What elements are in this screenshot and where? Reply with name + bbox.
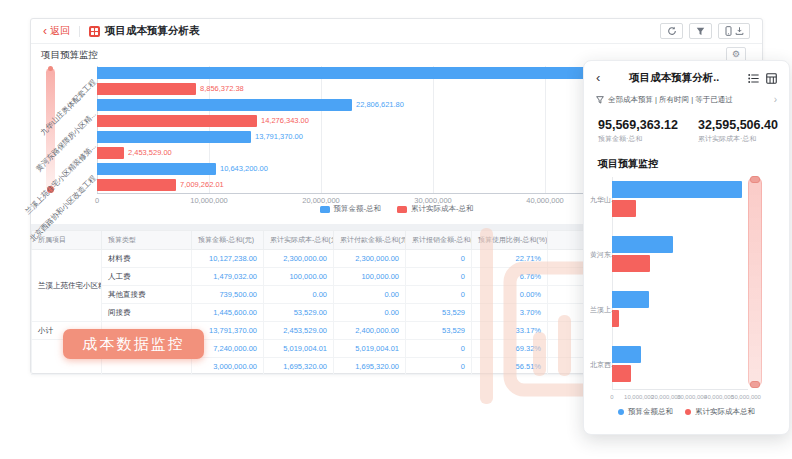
value-cell: 1,695,320.00 — [264, 358, 334, 375]
value-cell: 1,695,320.00 — [334, 358, 406, 375]
gridline — [433, 66, 434, 193]
back-button[interactable]: ‹ 返回 — [43, 24, 70, 38]
value-cell: 1,479,032.00 — [192, 268, 264, 286]
column-header: 预算类型 — [102, 231, 192, 250]
value-cell: 22.71% — [472, 250, 548, 268]
column-header: 累计实际成本-总和(元) — [264, 231, 334, 250]
budget-type-cell: 间接费 — [102, 304, 192, 322]
value-cell: 6.76% — [472, 268, 548, 286]
value-cell: 53,529 — [406, 304, 472, 322]
x-tick-label: 0 — [52, 196, 142, 205]
window-title: 项目成本预算分析表 — [105, 24, 200, 38]
column-header: 预算金额-总和(元) — [192, 231, 264, 250]
refresh-button[interactable] — [660, 23, 683, 39]
bar-actual[interactable] — [97, 179, 176, 191]
budget-type-cell: 材料费 — [102, 250, 192, 268]
panel-title: 项目成本预算分析.. — [606, 71, 742, 85]
bar-actual[interactable] — [97, 115, 257, 127]
budget-type-cell — [102, 358, 192, 375]
value-cell: 5,019,004.01 — [334, 340, 406, 358]
list-view-icon[interactable] — [748, 73, 759, 84]
value-cell: 2,300,000.00 — [334, 250, 406, 268]
gridline — [545, 66, 546, 193]
value-cell: 0 — [406, 250, 472, 268]
bar-actual[interactable] — [612, 200, 636, 217]
legend-label: 累计实际成本总和 — [695, 407, 755, 417]
bar-value-label: 8,856,372.38 — [200, 83, 244, 95]
category-label: 九华山.. — [590, 195, 614, 205]
value-cell: 0.00 — [334, 286, 406, 304]
value-cell: 739,500.00 — [192, 286, 264, 304]
filter-button[interactable] — [689, 23, 712, 39]
refresh-icon — [667, 26, 677, 36]
x-tick-label: 20,000,000 — [276, 196, 366, 205]
bar-value-label: 2,453,529.00 — [128, 147, 172, 159]
phone-preview-icon — [725, 26, 732, 36]
bar-budget[interactable] — [97, 163, 216, 175]
bar-budget[interactable] — [97, 99, 352, 111]
category-label: 北京西.. — [590, 360, 614, 370]
panel-filter-bar[interactable]: 全部成本预算 | 所有时间 | 等于已通过 › — [596, 94, 777, 105]
legend-label: 预算金额总和 — [628, 407, 673, 417]
column-header: 预算使用比例-总和(%) — [472, 231, 548, 250]
kpi-budget-total: 95,569,363.12 预算金额·总和 — [598, 118, 678, 144]
legend-label: 预算金额-总和 — [334, 204, 382, 214]
bar-budget[interactable] — [612, 181, 742, 198]
bar-budget[interactable] — [97, 131, 251, 143]
value-cell: 0 — [406, 286, 472, 304]
budget-type-cell: 其他直接费 — [102, 286, 192, 304]
legend-swatch-icon — [397, 206, 407, 213]
bar-budget[interactable] — [97, 67, 638, 79]
panel-kpis: 95,569,363.12 预算金额·总和 32,595,506.40 累计实际… — [598, 118, 775, 144]
panel-legend: 预算金额总和累计实际成本总和 — [584, 407, 789, 417]
value-cell: 0.00 — [264, 286, 334, 304]
panel-back-chevron-icon[interactable]: ‹ — [596, 72, 600, 84]
window-header: ‹ 返回 项目成本预算分析表 — [31, 19, 762, 44]
filter-icon — [696, 27, 705, 36]
bar-actual[interactable] — [97, 147, 124, 159]
x-tick-label: 30,000,000 — [388, 196, 478, 205]
back-label: 返回 — [50, 24, 70, 38]
bar-actual[interactable] — [612, 365, 631, 382]
slider-handle-top[interactable] — [750, 176, 760, 183]
bar-budget[interactable] — [612, 346, 641, 363]
panel-zoom-slider[interactable] — [748, 177, 762, 387]
report-app-icon — [89, 26, 100, 37]
chart-section-title: 项目预算监控 — [41, 49, 98, 62]
value-cell: 33.17% — [472, 322, 548, 340]
bar-budget[interactable] — [612, 236, 673, 253]
value-cell: 0.00 — [334, 304, 406, 322]
bar-actual[interactable] — [97, 83, 196, 95]
mobile-preview-panel: ‹ 项目成本预算分析.. 全部成本预算 | 所有时间 | 等于已通过 › 95,… — [583, 60, 790, 435]
bar-value-label: 22,806,621.80 — [356, 99, 404, 111]
kpi-caption: 预算金额·总和 — [598, 134, 678, 144]
legend-item[interactable]: 累计实际成本-总和 — [397, 204, 474, 214]
value-cell: 53,529 — [406, 322, 472, 340]
legend-item[interactable]: 累计实际成本总和 — [685, 407, 755, 417]
value-cell: 56.51% — [472, 358, 548, 375]
legend-item[interactable]: 预算金额总和 — [618, 407, 673, 417]
project-cell: 兰溪上苑住宅小区精装修第... — [32, 250, 102, 322]
value-cell: 100,000.00 — [334, 268, 406, 286]
cost-monitor-badge: 成本数据监控 — [63, 329, 204, 359]
column-header: 累计报销金额-总和(元) — [406, 231, 472, 250]
x-tick-label: 40,000,000 — [500, 196, 590, 205]
back-chevron-icon: ‹ — [43, 26, 47, 36]
panel-filter-text: 全部成本预算 | 所有时间 | 等于已通过 — [608, 95, 770, 105]
preview-export-button[interactable] — [718, 23, 750, 39]
legend-item[interactable]: 预算金额-总和 — [320, 204, 382, 214]
kpi-value: 32,595,506.40 — [698, 118, 778, 132]
table-view-icon[interactable] — [766, 73, 777, 84]
value-cell: 0 — [406, 358, 472, 375]
slider-handle-bottom[interactable] — [750, 381, 760, 388]
value-cell: 100,000.00 — [264, 268, 334, 286]
export-icon — [735, 26, 744, 36]
value-cell: 1,445,600.00 — [192, 304, 264, 322]
legend-label: 累计实际成本-总和 — [411, 204, 474, 214]
bar-budget[interactable] — [612, 291, 649, 308]
value-cell: 0.00% — [472, 286, 548, 304]
panel-header-icons — [748, 73, 777, 84]
legend-dot-icon — [618, 409, 624, 415]
value-cell: 2,300,000.00 — [264, 250, 334, 268]
bar-actual[interactable] — [612, 255, 650, 272]
